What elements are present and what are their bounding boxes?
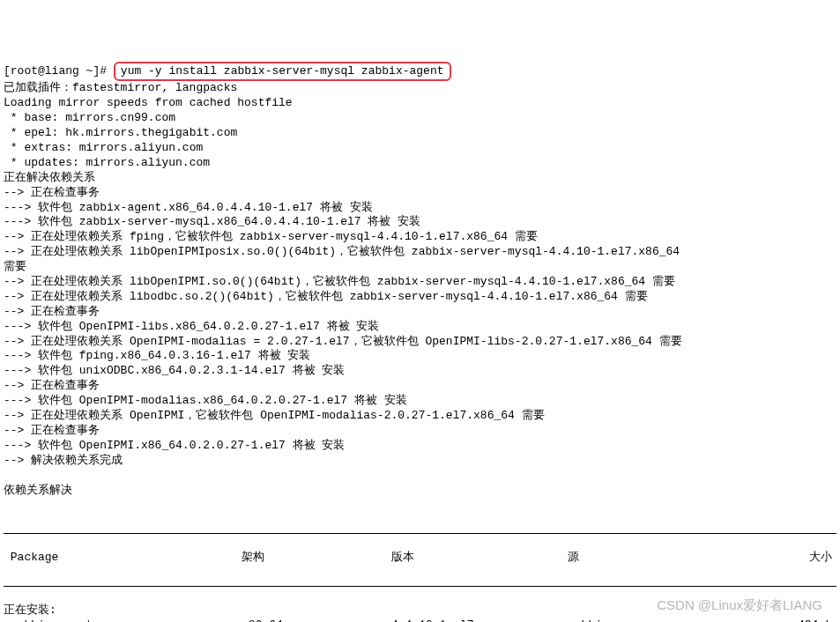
header-arch: 架构 <box>242 551 391 566</box>
table-section-title: 正在安装: <box>4 603 836 618</box>
terminal-line: ---> 软件包 unixODBC.x86_64.0.2.3.1-14.el7 … <box>4 364 836 379</box>
terminal-line: --> 正在检查事务 <box>4 424 836 439</box>
terminal-line: 已加载插件：fastestmirror, langpacks <box>4 81 836 96</box>
table-cell: 4.4.10-1.el7 <box>391 618 568 622</box>
command-highlight: yum -y install zabbix-server-mysql zabbi… <box>114 62 451 82</box>
terminal-output: 已加载插件：fastestmirror, langpacksLoading mi… <box>4 81 836 513</box>
header-package: Package <box>4 551 242 566</box>
terminal-line: --> 正在处理依赖关系 OpenIPMI-modalias = 2.0.27-… <box>4 335 836 350</box>
shell-prompt: [root@liang ~]# <box>4 64 114 78</box>
table-cell: zabbix-agent <box>4 618 242 622</box>
table-divider-top <box>4 533 836 534</box>
terminal-line: * updates: mirrors.aliyun.com <box>4 156 836 171</box>
terminal-line: ---> 软件包 fping.x86_64.0.3.16-1.el7 将被 安装 <box>4 349 836 364</box>
terminal-line: * epel: hk.mirrors.thegigabit.com <box>4 126 836 141</box>
table-header-row: Package 架构 版本 源 大小 <box>4 551 836 566</box>
terminal-line: --> 正在处理依赖关系 OpenIPMI，它被软件包 OpenIPMI-mod… <box>4 409 836 424</box>
terminal-line: --> 正在检查事务 <box>4 379 836 394</box>
header-size: 大小 <box>770 551 832 566</box>
terminal-line: 依赖关系解决 <box>4 484 836 499</box>
terminal-line: ---> 软件包 zabbix-server-mysql.x86_64.0.4.… <box>4 215 836 230</box>
terminal-line: --> 解决依赖关系完成 <box>4 454 836 469</box>
table-divider-mid <box>4 586 836 587</box>
terminal-line: * extras: mirrors.aliyun.com <box>4 141 836 156</box>
table-body: 正在安装: zabbix-agentx86_644.4.10-1.el7zabb… <box>4 603 836 622</box>
terminal-line: 正在解决依赖关系 <box>4 171 836 186</box>
terminal-line: * base: mirrors.cn99.com <box>4 111 836 126</box>
header-version: 版本 <box>391 551 568 566</box>
terminal-line: ---> 软件包 OpenIPMI-modalias.x86_64.0.2.0.… <box>4 394 836 409</box>
terminal-line <box>4 498 836 513</box>
terminal-line: ---> 软件包 OpenIPMI.x86_64.0.2.0.27-1.el7 … <box>4 439 836 454</box>
terminal-line: ---> 软件包 OpenIPMI-libs.x86_64.0.2.0.27-1… <box>4 320 836 335</box>
terminal-line: --> 正在处理依赖关系 libOpenIPMI.so.0()(64bit)，它… <box>4 275 836 290</box>
terminal-line: --> 正在处理依赖关系 libOpenIPMIposix.so.0()(64b… <box>4 245 836 260</box>
terminal-line: --> 正在处理依赖关系 libodbc.so.2()(64bit)，它被软件包… <box>4 290 836 305</box>
terminal-line: ---> 软件包 zabbix-agent.x86_64.0.4.4.10-1.… <box>4 201 836 216</box>
terminal-line: --> 正在检查事务 <box>4 305 836 320</box>
terminal-line <box>4 469 836 484</box>
table-row: zabbix-agentx86_644.4.10-1.el7zabbix434 … <box>4 618 836 622</box>
command-text: yum -y install zabbix-server-mysql zabbi… <box>121 64 444 78</box>
terminal-line: --> 正在检查事务 <box>4 186 836 201</box>
terminal-line: Loading mirror speeds from cached hostfi… <box>4 96 836 111</box>
terminal-line: --> 正在处理依赖关系 fping，它被软件包 zabbix-server-m… <box>4 230 836 245</box>
table-cell: zabbix <box>568 618 770 622</box>
header-source: 源 <box>568 551 770 566</box>
table-cell: 434 k <box>770 618 832 622</box>
terminal-line: 需要 <box>4 260 836 275</box>
table-cell: x86_64 <box>242 618 391 622</box>
